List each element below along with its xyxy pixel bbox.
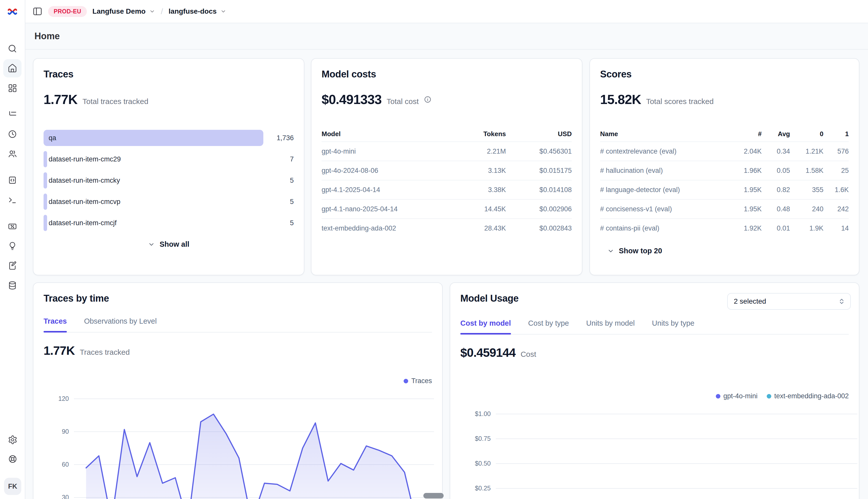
svg-text:120: 120 xyxy=(58,395,69,402)
trace-bar xyxy=(44,130,263,146)
score-one: 14 xyxy=(823,224,849,232)
tab[interactable]: Traces xyxy=(44,317,67,332)
score-count: 1.92K xyxy=(729,224,762,232)
datasets-clipboard-icon[interactable] xyxy=(3,257,22,275)
playground-terminal-icon[interactable] xyxy=(3,191,22,209)
score-name: # contextrelevance (eval) xyxy=(600,147,729,155)
score-count: 1.95K xyxy=(729,186,762,194)
page-title: Home xyxy=(25,23,868,50)
trace-name: qa xyxy=(49,130,56,146)
traces-bar-list: qa 1,736 dataset-run-item-cmc29 7 datase… xyxy=(44,130,294,231)
sidebar-nav xyxy=(3,39,22,294)
scores-table: Name # Avg 0 1 # contextrelevance (eval)… xyxy=(600,126,849,238)
score-avg: 0.05 xyxy=(762,167,790,174)
settings-gear-icon[interactable] xyxy=(3,431,22,449)
trace-count: 5 xyxy=(290,194,294,210)
prompts-icon[interactable] xyxy=(3,171,22,189)
tracing-icon[interactable] xyxy=(3,105,22,123)
database-icon[interactable] xyxy=(3,276,22,294)
show-all-button[interactable]: Show all xyxy=(33,240,304,248)
trace-bar xyxy=(44,172,47,188)
scores-card: Scores 15.82K Total scores tracked Name … xyxy=(590,58,859,275)
col-one: 1 xyxy=(823,130,849,138)
project-breadcrumb[interactable]: langfuse-docs xyxy=(169,7,226,15)
score-name: # contains-pii (eval) xyxy=(600,224,729,232)
legend-item: text-embedding-ada-002 xyxy=(767,392,849,400)
home-icon[interactable] xyxy=(3,59,22,77)
table-row: # contextrelevance (eval) 2.04K 0.34 1.2… xyxy=(600,142,849,161)
model-usage-tabs: Cost by model Cost by type Units by mode… xyxy=(460,319,849,334)
model-tokens: 14.45K xyxy=(450,205,506,213)
org-name: Langfuse Demo xyxy=(92,7,146,15)
trace-name: dataset-run-item-cmcvp xyxy=(49,194,120,210)
environment-badge: PROD-EU xyxy=(48,6,87,17)
sessions-clock-icon[interactable] xyxy=(3,125,22,143)
svg-text:$0.75: $0.75 xyxy=(475,435,491,442)
scores-total-subtitle: Total scores tracked xyxy=(646,97,714,106)
score-name: # language-detector (eval) xyxy=(600,186,729,194)
project-name: langfuse-docs xyxy=(169,7,217,15)
model-name: text-embedding-ada-002 xyxy=(322,224,450,232)
org-breadcrumb[interactable]: Langfuse Demo xyxy=(92,7,155,15)
info-icon[interactable] xyxy=(424,96,431,103)
score-name: # conciseness-v1 (eval) xyxy=(600,205,729,213)
avatar[interactable]: FK xyxy=(4,478,21,495)
table-row: gpt-4.1-2025-04-14 3.38K $0.014108 xyxy=(322,180,572,199)
trace-bar-row: dataset-run-item-cmcjf 5 xyxy=(44,215,294,231)
trace-bar-row: qa 1,736 xyxy=(44,130,294,146)
show-top-20-button[interactable]: Show top 20 xyxy=(607,247,859,255)
svg-text:30: 30 xyxy=(62,494,69,499)
chevron-down-icon xyxy=(607,247,614,255)
table-row: # conciseness-v1 (eval) 1.95K 0.48 240 2… xyxy=(600,199,849,218)
col-zero: 0 xyxy=(790,130,823,138)
score-count: 1.96K xyxy=(729,167,762,174)
col-avg: Avg xyxy=(762,130,790,138)
model-usage-card: Model Usage 2 selected Cost by model Cos… xyxy=(450,282,859,499)
trace-bar xyxy=(44,194,47,210)
score-avg: 0.01 xyxy=(762,224,790,232)
score-one: 242 xyxy=(823,205,849,213)
dashboards-icon[interactable] xyxy=(3,79,22,97)
model-usd: $0.002843 xyxy=(506,224,572,232)
trace-name: dataset-run-item-cmcjf xyxy=(49,215,117,231)
support-lifebuoy-icon[interactable] xyxy=(3,450,22,468)
model-name: gpt-4o-mini xyxy=(322,147,450,155)
table-row: # contains-pii (eval) 1.92K 0.01 1.9K 14 xyxy=(600,218,849,238)
col-usd: USD xyxy=(506,130,572,138)
svg-text:60: 60 xyxy=(62,461,69,468)
legend-dot xyxy=(716,394,721,399)
total-cost-value: $0.491333 xyxy=(322,92,382,107)
chevron-down-icon xyxy=(149,8,155,14)
trace-bar xyxy=(44,215,47,231)
table-row: text-embedding-ada-002 28.43K $0.002843 xyxy=(322,218,572,238)
traces-total-subtitle: Total traces tracked xyxy=(83,97,148,106)
tab[interactable]: Cost by model xyxy=(460,319,511,334)
sidebar-toggle-icon[interactable] xyxy=(33,6,43,16)
model-select-dropdown[interactable]: 2 selected xyxy=(727,293,851,310)
users-icon[interactable] xyxy=(3,145,22,163)
col-count: # xyxy=(729,130,762,138)
svg-text:$0.50: $0.50 xyxy=(475,460,491,467)
model-costs-card: Model costs $0.491333 Total cost Model T… xyxy=(311,58,582,275)
traces-tracked-subtitle: Traces tracked xyxy=(80,348,130,356)
tab[interactable]: Units by model xyxy=(586,319,635,334)
chevron-down-icon xyxy=(220,8,226,14)
scores-icon[interactable] xyxy=(3,217,22,235)
chevrons-up-down-icon xyxy=(838,298,845,305)
scores-total-value: 15.82K xyxy=(600,92,641,107)
table-row: gpt-4o-mini 2.21M $0.456301 xyxy=(322,142,572,161)
tab[interactable]: Units by type xyxy=(652,319,694,334)
horizontal-scrollbar-thumb[interactable] xyxy=(423,493,444,499)
trace-bar-row: dataset-run-item-cmcky 5 xyxy=(44,172,294,188)
search-icon[interactable] xyxy=(3,39,22,58)
evaluation-lightbulb-icon[interactable] xyxy=(3,237,22,255)
legend-dot xyxy=(767,394,771,399)
tab[interactable]: Observations by Level xyxy=(84,317,157,332)
model-name: gpt-4.1-2025-04-14 xyxy=(322,186,450,194)
svg-text:90: 90 xyxy=(62,428,69,435)
score-zero: 240 xyxy=(790,205,823,213)
tab[interactable]: Cost by type xyxy=(528,319,569,334)
traces-by-time-tabs: Traces Observations by Level xyxy=(44,317,432,332)
score-count: 1.95K xyxy=(729,205,762,213)
trace-bar xyxy=(44,151,47,167)
